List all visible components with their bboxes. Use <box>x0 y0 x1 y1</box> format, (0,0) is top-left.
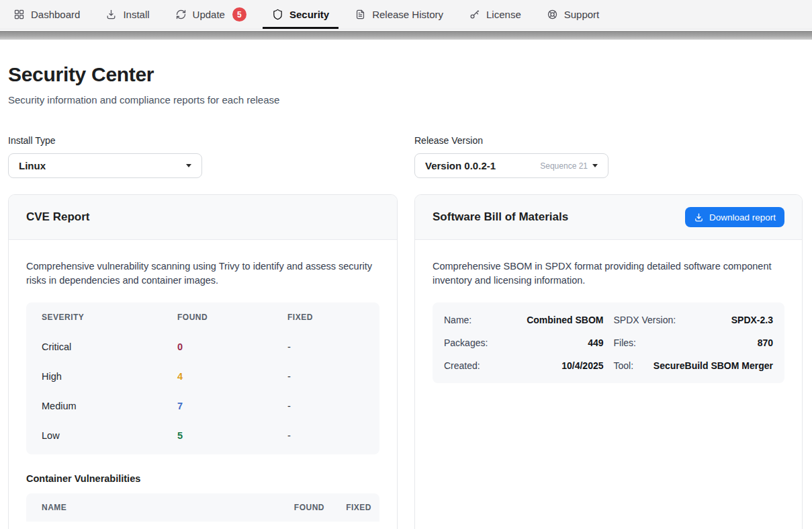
severity-table-header: SEVERITY FOUND FIXED <box>26 302 379 332</box>
severity-col-header: SEVERITY <box>42 313 177 322</box>
cve-report-description: Comprehensive vulnerability scanning usi… <box>26 259 379 288</box>
install-type-select[interactable]: Linux <box>8 153 202 178</box>
download-report-label: Download report <box>709 212 776 222</box>
nav-label: Update <box>193 9 225 20</box>
divider-strip <box>0 31 812 40</box>
update-count-badge: 5 <box>232 7 246 22</box>
info-label: SPDX Version: <box>614 315 676 325</box>
found-count: 7 <box>177 401 287 411</box>
nav-label: Security <box>289 9 329 20</box>
name-col-header: NAME <box>42 503 264 512</box>
found-count: 0 <box>177 341 287 352</box>
page-subtitle: Security information and compliance repo… <box>8 94 803 106</box>
info-value: SPDX-2.3 <box>731 315 773 325</box>
sbom-info-files: Files: 870 <box>614 331 774 354</box>
table-row-critical: Critical 0 - <box>26 332 379 362</box>
found-col-header: FOUND <box>264 503 324 512</box>
release-version-filter: Release Version Version 0.0.2-1 Sequence… <box>414 135 608 178</box>
dashboard-icon <box>13 9 25 20</box>
fixed-col-header: FIXED <box>287 313 364 322</box>
nav-item-security[interactable]: Security <box>263 0 339 29</box>
sbom-info-packages: Packages: 449 <box>444 331 604 354</box>
nav-label: Release History <box>372 9 443 20</box>
nav-label: License <box>486 9 521 20</box>
download-icon <box>694 212 704 222</box>
sbom-header: Software Bill of Materials Download repo… <box>415 195 802 240</box>
chevron-down-icon <box>592 164 598 167</box>
install-type-label: Install Type <box>8 135 202 146</box>
severity-label: Critical <box>42 341 177 352</box>
cve-report-title: CVE Report <box>26 210 89 224</box>
severity-label: High <box>42 371 177 382</box>
info-label: Tool: <box>614 360 634 371</box>
table-row-low: Low 5 - <box>26 421 379 450</box>
fixed-count: - <box>287 371 364 382</box>
found-col-header: FOUND <box>177 313 287 322</box>
sbom-info-name: Name: Combined SBOM <box>444 309 604 331</box>
nav-label: Dashboard <box>31 9 80 20</box>
chevron-down-icon <box>186 164 191 167</box>
severity-label: Low <box>42 430 177 441</box>
info-value: Combined SBOM <box>527 315 603 325</box>
nav-label: Install <box>123 9 149 20</box>
info-label: Files: <box>614 337 636 348</box>
found-count: 4 <box>177 371 287 382</box>
install-type-value: Linux <box>19 160 46 171</box>
sbom-info-spdx-version: SPDX Version: SPDX-2.3 <box>614 309 774 331</box>
sbom-card: Software Bill of Materials Download repo… <box>414 194 803 529</box>
sbom-body: Comprehensive SBOM in SPDX format provid… <box>415 240 802 403</box>
nav-item-update[interactable]: Update 5 <box>166 0 256 29</box>
support-lifebuoy-icon <box>547 9 558 20</box>
update-icon <box>175 9 187 20</box>
sbom-info-tool: Tool: SecureBuild SBOM Merger <box>614 354 774 377</box>
nav-item-dashboard[interactable]: Dashboard <box>4 0 89 29</box>
info-value: 870 <box>758 337 773 348</box>
severity-table: SEVERITY FOUND FIXED Critical 0 - High 4… <box>26 302 379 454</box>
sbom-title: Software Bill of Materials <box>433 210 568 224</box>
cve-report-card: CVE Report Comprehensive vulnerability s… <box>8 194 398 529</box>
fixed-col-header: FIXED <box>324 503 371 512</box>
nav-label: Support <box>564 9 600 20</box>
cve-report-header: CVE Report <box>9 195 397 240</box>
page-content: Security Center Security information and… <box>0 40 812 529</box>
release-version-label: Release Version <box>414 135 608 146</box>
page-title: Security Center <box>8 63 803 86</box>
nav-item-license[interactable]: License <box>459 0 531 29</box>
release-history-icon <box>355 9 366 20</box>
cve-report-body: Comprehensive vulnerability scanning usi… <box>9 240 397 529</box>
container-vulnerabilities-header: NAME FOUND FIXED <box>26 493 379 522</box>
release-version-value: Version 0.0.2-1 <box>425 160 496 171</box>
nav-item-support[interactable]: Support <box>537 0 609 29</box>
sbom-info-grid: Name: Combined SBOM SPDX Version: SPDX-2… <box>433 302 784 383</box>
info-value: 449 <box>588 337 603 348</box>
filters-row: Install Type Linux Release Version Versi… <box>8 135 803 178</box>
sbom-info-created: Created: 10/4/2025 <box>444 354 604 377</box>
severity-label: Medium <box>42 401 177 411</box>
top-navbar: Dashboard Install Update 5 Security Rele… <box>0 0 812 30</box>
install-type-filter: Install Type Linux <box>8 135 202 178</box>
download-report-button[interactable]: Download report <box>685 207 784 227</box>
nav-item-install[interactable]: Install <box>96 0 159 29</box>
cards-row: CVE Report Comprehensive vulnerability s… <box>8 194 803 529</box>
info-value: 10/4/2025 <box>561 360 603 371</box>
release-version-select[interactable]: Version 0.0.2-1 Sequence 21 <box>414 153 608 178</box>
sequence-label: Sequence 21 <box>540 161 588 171</box>
fixed-count: - <box>287 341 364 352</box>
nav-item-release-history[interactable]: Release History <box>345 0 453 29</box>
info-label: Name: <box>444 315 471 325</box>
fixed-count: - <box>287 430 364 441</box>
fixed-count: - <box>287 401 364 411</box>
sbom-description: Comprehensive SBOM in SPDX format provid… <box>433 259 784 288</box>
install-icon <box>105 9 117 20</box>
table-row-high: High 4 - <box>26 362 379 391</box>
info-label: Packages: <box>444 337 488 348</box>
table-row-medium: Medium 7 - <box>26 391 379 421</box>
security-shield-icon <box>272 9 283 20</box>
license-key-icon <box>469 9 480 20</box>
container-vulnerabilities-title: Container Vulnerabilities <box>26 473 379 484</box>
info-label: Created: <box>444 360 480 371</box>
found-count: 5 <box>177 430 287 441</box>
info-value: SecureBuild SBOM Merger <box>653 360 773 371</box>
